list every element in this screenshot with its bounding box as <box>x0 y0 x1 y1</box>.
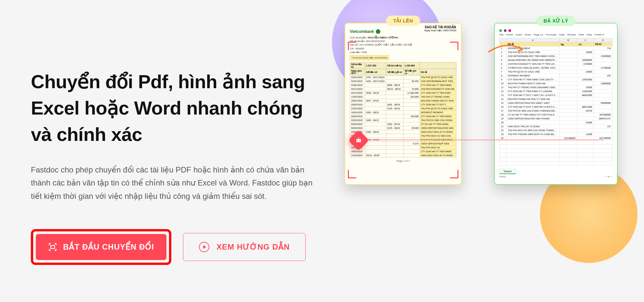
cell: 26/02/2020 <box>350 111 365 115</box>
cell: CHO WITHDRAWAL/RUT TIEN <box>420 79 456 83</box>
menu-item[interactable]: File <box>499 33 504 36</box>
cell: 10 <box>500 82 506 86</box>
menu-item[interactable]: Data <box>559 33 565 36</box>
menu-item[interactable]: Home <box>506 33 513 36</box>
cell: CASH DEPOSIT/NGUYEN VANH / VANT <box>506 101 559 105</box>
cell: 02/01/2020 <box>350 79 365 83</box>
cell: 03/12/2020 <box>350 91 365 95</box>
cell: 7 <box>500 70 506 74</box>
cell <box>577 149 594 153</box>
cell: 325.000 <box>403 95 420 99</box>
menu-item[interactable]: Page La <box>533 33 543 36</box>
cell: 20/02/2020 <box>350 99 365 103</box>
menu-item[interactable]: Power P <box>595 33 604 36</box>
svg-point-1 <box>357 140 358 141</box>
cell: INTEREST PAYMENT <box>506 74 559 78</box>
cell <box>559 97 577 101</box>
menu-item[interactable]: Formulas <box>546 33 557 36</box>
col-head: 1.237.209 <box>365 62 386 69</box>
cell <box>559 70 577 74</box>
cell <box>594 157 612 161</box>
cell <box>559 54 577 58</box>
meta-label: Loại tiền: <box>350 51 361 54</box>
cell <box>559 78 577 82</box>
cell: THU PHI DICH VU SMS CHU <box>420 134 456 138</box>
scan-corner-icon <box>450 170 458 178</box>
cell: 09/03/2020 <box>350 126 365 130</box>
cell: 15.000 <box>403 87 420 91</box>
table-row: 12CTY SON HAI TT TIEN KINH/ CT LONGAN110… <box>500 89 612 93</box>
cell: INTEREST PAYMENT <box>420 111 456 115</box>
cell: 10500000 <box>577 58 594 62</box>
cell <box>594 97 612 101</box>
view-guide-button[interactable]: XEM HƯỚNG DẪN <box>183 233 306 261</box>
start-convert-button[interactable]: BẮT ĐẦU CHUYỂN ĐỔI <box>36 234 166 260</box>
table-row: 03/02/20208500 - 08/15CTY SON HAI TT TIE… <box>350 83 456 87</box>
cell: Sender:453670011.00 120020 SHD:10003375 … <box>506 58 559 62</box>
cell: 09/03/2020 <box>350 122 365 126</box>
table-row: 23THU PHI THUONG NIEN DICH VU VCBS BANKI… <box>500 132 612 136</box>
upload-badge: TẢI LÊN <box>386 16 420 26</box>
cell: 4 <box>500 58 506 62</box>
menu-item[interactable]: Review <box>567 33 576 36</box>
cell <box>386 99 404 103</box>
cell <box>386 115 404 118</box>
cell <box>365 107 386 111</box>
cell: 6391 - 08/19 <box>365 111 386 115</box>
cell <box>506 161 559 166</box>
cell <box>365 83 386 87</box>
table-row: 20/02/20200547 - 07/24NGUYEN THANH HA/CT… <box>350 99 456 103</box>
cell <box>365 142 386 146</box>
cell <box>365 103 386 107</box>
table-row <box>500 144 612 149</box>
table-row: 03/12/20200538 - 04/1811.000.000CTY SON … <box>350 91 456 95</box>
cell <box>559 140 577 144</box>
table-row: 03/12/202008/15 - 08/1615.000CHUYEN KHOA… <box>350 87 456 91</box>
menu-item[interactable]: Insert <box>516 33 522 36</box>
cell <box>386 95 404 99</box>
col-head: Số tiền ghi có <box>403 69 420 76</box>
sheet-tab[interactable]: Sheet1 <box>499 169 516 174</box>
table-row: 10NGUYEN THANH HAI/CTY SON HAI13800000 <box>500 82 612 86</box>
cell: 08/15 - 08/16 <box>386 87 404 91</box>
processed-badge: ĐÃ XỬ LÝ <box>536 16 575 26</box>
cell <box>403 130 420 134</box>
bank-name: Vietcombank <box>350 29 374 34</box>
cell: 22500 <box>577 86 594 89</box>
cell: CTY SON HAI TT TIEN HANG CON LAI/CTY HAI… <box>506 78 559 82</box>
table-row: 02/01/20200701 - 02/17/2018THU PHI QLTN … <box>350 76 456 79</box>
meta-value: 157 HOÀNG QUỐC VIỆT, CẦU GIẤY, HÀ NỘI <box>359 43 412 46</box>
menu-item[interactable]: Help <box>586 33 592 36</box>
cell: 02/01/2020 <box>350 76 365 79</box>
cell <box>365 95 386 99</box>
cell <box>594 132 612 136</box>
cell <box>500 161 506 166</box>
col-head <box>500 38 506 42</box>
cell: 12 <box>500 89 506 93</box>
scan-icon <box>48 242 57 252</box>
cell: 03/12/2020 <box>350 87 365 91</box>
cell <box>594 89 612 93</box>
cell <box>559 82 577 86</box>
hero-text-column: Chuyển đổi Pdf, hình ảnh sang Excel hoặc… <box>0 0 332 302</box>
cell <box>577 157 594 161</box>
cell <box>594 144 612 149</box>
cell <box>577 129 594 132</box>
menu-item[interactable]: Draw <box>525 33 531 36</box>
cell: 11 <box>500 86 506 89</box>
table-row: 17THU PHI DV SMS CHU DONG THANG01/2020 I… <box>500 109 612 113</box>
menu-item[interactable]: View <box>578 33 584 36</box>
cell: 0493 - 08/15 <box>365 118 386 122</box>
cell: CHUYEN KHOAN/CTY SON HAI TT TIEN LAI THE… <box>506 62 559 66</box>
cell: 9 <box>500 78 506 82</box>
cell <box>386 150 404 154</box>
statement-date: Ngày thực hiện: 08/07/2020 <box>424 29 456 32</box>
cell <box>559 109 577 113</box>
cell: Có <box>577 42 594 47</box>
cell <box>506 157 559 161</box>
cell <box>559 74 577 78</box>
cell <box>559 144 577 149</box>
cell: 289578.217 <box>594 117 612 121</box>
cell <box>506 144 559 149</box>
cell <box>594 78 612 82</box>
